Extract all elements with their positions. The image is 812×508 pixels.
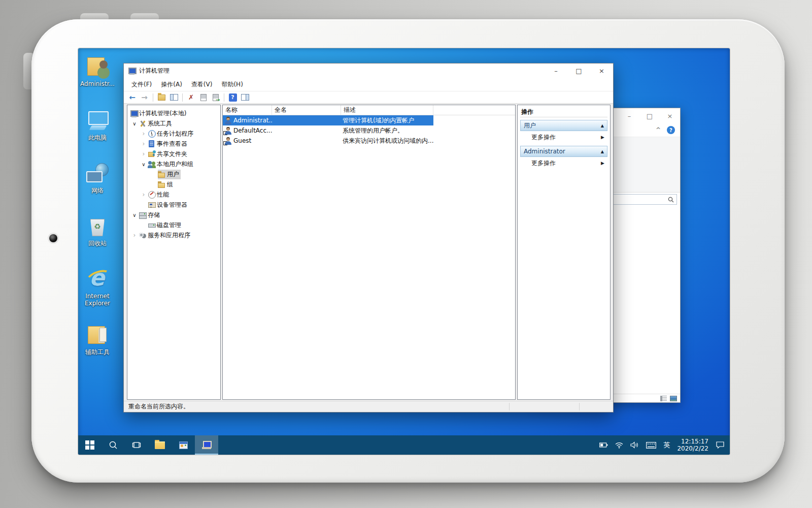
desktop-icon-label: 回收站 bbox=[78, 240, 117, 247]
folder-icon bbox=[158, 171, 166, 178]
column-header-fullname[interactable]: 全名 bbox=[272, 105, 341, 115]
computer-icon bbox=[130, 110, 138, 117]
window-title: 计算机管理 bbox=[139, 67, 170, 75]
clock-time: 12:15:17 bbox=[677, 438, 708, 445]
delete-button[interactable]: ✗ bbox=[186, 92, 196, 103]
list-header: 名称 全名 描述 bbox=[223, 105, 515, 115]
computer-management-window[interactable]: 计算机管理 – □ × 文件(F) 操作(A) 查看(V) 帮助(H) ← → … bbox=[123, 63, 614, 412]
action-section-users[interactable]: 用户 ▲ bbox=[520, 120, 607, 131]
expand-icon[interactable]: ∨ bbox=[130, 212, 139, 218]
wifi-icon[interactable] bbox=[615, 442, 623, 449]
actions-pane[interactable]: 操作 用户 ▲ 更多操作 ▶ Administrator ▲ 更多操作 ▶ bbox=[517, 105, 611, 400]
more-actions-administrator[interactable]: 更多操作 ▶ bbox=[520, 157, 607, 169]
task-view-button[interactable] bbox=[125, 435, 148, 455]
collapse-icon[interactable]: › bbox=[140, 130, 148, 137]
list-row-defaultaccount[interactable]: ↓ DefaultAcc... 系统管理的用户帐户。 bbox=[223, 125, 515, 136]
action-pane-toggle-button[interactable] bbox=[240, 92, 250, 103]
ribbon-collapse-icon[interactable]: ^ bbox=[656, 126, 661, 134]
collapse-section-icon[interactable]: ▲ bbox=[601, 149, 604, 154]
tree-item-local-users-groups[interactable]: ∨ 本地用户和组 bbox=[127, 159, 220, 169]
tools-folder-icon bbox=[85, 324, 110, 347]
tree-item-device-manager[interactable]: 设备管理器 bbox=[127, 200, 220, 210]
desktop-icon-internet-explorer[interactable]: Internet Explorer bbox=[78, 268, 117, 307]
forward-button[interactable]: → bbox=[139, 92, 150, 103]
tree-item-disk-management[interactable]: 磁盘管理 bbox=[127, 220, 220, 230]
details-view-icon[interactable] bbox=[660, 396, 667, 401]
action-center-icon[interactable] bbox=[716, 441, 725, 449]
title-bar[interactable]: 计算机管理 – □ × bbox=[124, 64, 613, 78]
tree-item-users[interactable]: 用户 bbox=[127, 169, 220, 179]
recycle-bin-icon bbox=[85, 215, 110, 238]
minimize-button[interactable]: – bbox=[545, 64, 567, 78]
export-list-button[interactable] bbox=[210, 92, 221, 103]
touch-keyboard-icon[interactable] bbox=[646, 442, 656, 449]
column-header-description[interactable]: 描述 bbox=[341, 105, 433, 115]
performance-icon bbox=[148, 191, 156, 199]
computer-management-taskbar-button[interactable] bbox=[195, 435, 218, 455]
maximize-button[interactable]: □ bbox=[639, 108, 660, 123]
tree-item-shared-folders[interactable]: › 共享文件夹 bbox=[127, 149, 220, 159]
status-divider bbox=[509, 403, 510, 410]
menu-view[interactable]: 查看(V) bbox=[187, 78, 217, 91]
console-tree-pane[interactable]: 计算机管理(本地) ∨ 系统工具 › 任务计划程序 › 事件查看器 bbox=[127, 105, 221, 400]
desktop-icon-label: 网络 bbox=[78, 187, 117, 194]
toolbar-separator bbox=[153, 93, 153, 102]
help-button[interactable]: ? bbox=[227, 92, 238, 103]
console-tree-toggle-button[interactable] bbox=[168, 92, 179, 103]
expand-icon[interactable]: ∨ bbox=[140, 162, 148, 167]
internet-explorer-icon bbox=[85, 268, 110, 291]
tree-item-system-tools[interactable]: ∨ 系统工具 bbox=[127, 118, 220, 129]
tree-item-storage[interactable]: ∨ 存储 bbox=[127, 210, 220, 220]
desktop-icon-network[interactable]: 网络 bbox=[78, 162, 117, 194]
desktop-icon-this-pc[interactable]: 此电脑 bbox=[78, 109, 117, 141]
close-button[interactable]: × bbox=[590, 64, 613, 78]
tree-item-task-scheduler[interactable]: › 任务计划程序 bbox=[127, 129, 220, 139]
properties-button[interactable] bbox=[198, 92, 209, 103]
maximize-button[interactable]: □ bbox=[567, 64, 590, 78]
desktop-icon-recycle-bin[interactable]: 回收站 bbox=[78, 215, 117, 247]
close-button[interactable]: × bbox=[660, 108, 680, 123]
menu-help[interactable]: 帮助(H) bbox=[217, 78, 247, 91]
network-icon bbox=[85, 162, 110, 185]
tree-item-services-applications[interactable]: › 服务和应用程序 bbox=[127, 230, 220, 240]
this-pc-icon bbox=[85, 109, 110, 133]
action-section-administrator[interactable]: Administrator ▲ bbox=[520, 146, 607, 157]
menu-file[interactable]: 文件(F) bbox=[127, 78, 156, 91]
shared-folder-icon bbox=[148, 150, 156, 158]
column-header-name[interactable]: 名称 bbox=[223, 105, 272, 115]
up-level-button[interactable] bbox=[156, 92, 167, 103]
volume-icon[interactable] bbox=[630, 441, 639, 449]
minimize-button[interactable]: – bbox=[619, 108, 639, 123]
list-row-administrator[interactable]: Administrat... 管理计算机(域)的内置帐户 bbox=[223, 115, 515, 125]
input-language-indicator[interactable]: 英 bbox=[663, 440, 670, 450]
help-icon[interactable]: ? bbox=[667, 126, 675, 134]
collapse-icon[interactable]: › bbox=[130, 232, 139, 239]
back-button[interactable]: ← bbox=[127, 92, 138, 103]
taskbar-clock[interactable]: 12:15:17 2020/2/22 bbox=[677, 438, 708, 452]
tree-item-groups[interactable]: 组 bbox=[127, 179, 220, 189]
list-row-guest[interactable]: ↓ Guest 供来宾访问计算机或访问域的内... bbox=[223, 136, 515, 146]
search-button[interactable] bbox=[101, 435, 125, 455]
collapse-icon[interactable]: › bbox=[140, 140, 148, 147]
tree-item-event-viewer[interactable]: › 事件查看器 bbox=[127, 139, 220, 149]
user-list-pane[interactable]: 名称 全名 描述 Administrat... 管理计算机(域)的内置帐户 ↓ … bbox=[222, 105, 516, 400]
expand-icon[interactable]: ∨ bbox=[130, 121, 139, 126]
status-divider bbox=[579, 403, 580, 410]
menu-action[interactable]: 操作(A) bbox=[156, 78, 187, 91]
services-icon bbox=[139, 232, 147, 239]
desktop-icon-tools[interactable]: 辅助工具 bbox=[78, 324, 117, 356]
file-explorer-button[interactable] bbox=[148, 435, 172, 455]
tree-item-computer-management[interactable]: 计算机管理(本地) bbox=[127, 108, 220, 118]
collapse-icon[interactable]: › bbox=[140, 150, 148, 157]
start-button[interactable] bbox=[78, 435, 101, 455]
thumbnail-view-icon[interactable] bbox=[670, 396, 677, 401]
tree-item-performance[interactable]: › 性能 bbox=[127, 189, 220, 200]
collapse-section-icon[interactable]: ▲ bbox=[601, 123, 604, 128]
system-app-icon bbox=[179, 441, 188, 449]
more-actions-users[interactable]: 更多操作 ▶ bbox=[520, 131, 607, 143]
desktop-icon-administrator[interactable]: Administr... bbox=[78, 55, 117, 87]
system-app-button[interactable] bbox=[172, 435, 195, 455]
console-body: 计算机管理(本地) ∨ 系统工具 › 任务计划程序 › 事件查看器 bbox=[124, 104, 613, 401]
collapse-icon[interactable]: › bbox=[140, 191, 148, 198]
battery-icon[interactable] bbox=[599, 442, 608, 448]
